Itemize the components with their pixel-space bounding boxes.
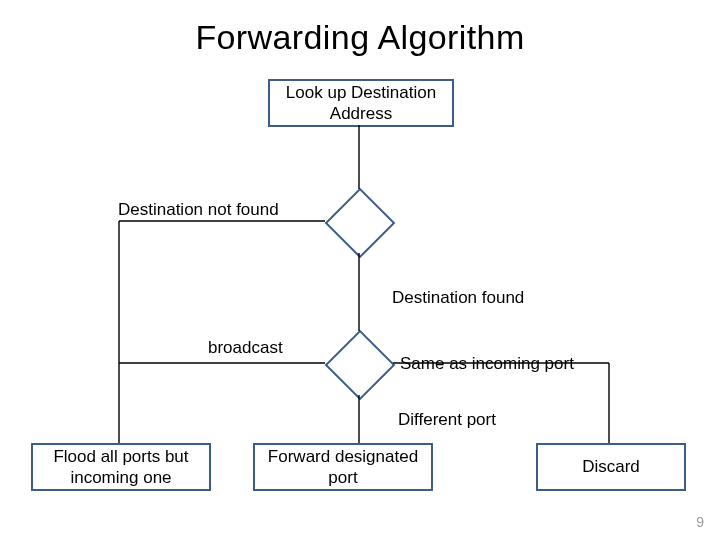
page-number: 9 <box>696 514 704 530</box>
slide: { "title": "Forwarding Algorithm", "boxe… <box>0 0 720 540</box>
connectors <box>0 0 720 540</box>
